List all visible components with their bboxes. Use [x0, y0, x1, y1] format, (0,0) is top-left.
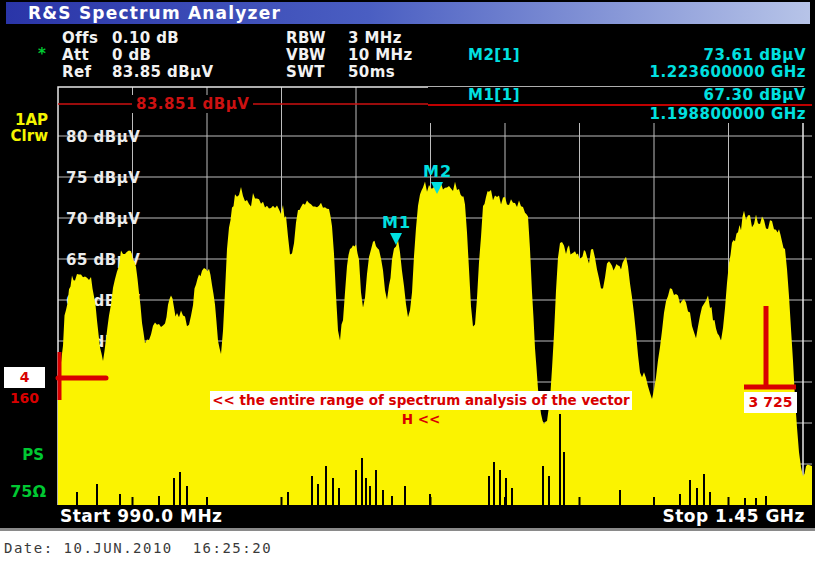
trace-minimum-spike: [744, 498, 746, 505]
trace-minimum-spike: [511, 488, 513, 505]
x-axis-tick: [504, 497, 506, 505]
trace-minimum-spike: [755, 498, 757, 505]
x-axis-tick: [132, 497, 134, 505]
trace-minimum-spike: [709, 492, 711, 505]
trace-minimum-spike: [563, 452, 565, 505]
trace-minimum-spike: [365, 478, 367, 505]
trace-minimum-spike: [325, 466, 327, 505]
marker-m1-triangle-icon: [390, 233, 402, 245]
trace-minimum-spike: [689, 480, 691, 505]
y-tick-label: 75 dBµV: [66, 169, 140, 187]
trace-minimum-spike: [96, 484, 98, 505]
trace-minimum-spike: [173, 478, 175, 505]
marker-m1-freq: 1.198800000 GHz: [650, 106, 806, 123]
marker-m1-level: 67.30 dBµV: [704, 87, 807, 104]
date-status-line: Date: 10.JUN.2010 16:25:20: [4, 540, 272, 556]
x-axis-tick: [653, 497, 655, 505]
trace-minimum-spike: [696, 488, 698, 505]
marker-m1-name: M1[1]: [468, 87, 520, 104]
trace-minimum-spike: [404, 486, 406, 505]
trace-minimum-spike: [488, 476, 490, 505]
trace-minimum-spike: [186, 486, 188, 505]
x-axis-tick: [281, 497, 283, 505]
marker-m1-readout: M1[1] 67.30 dBµV 1.198800000 GHz: [428, 87, 812, 123]
trace-minimum-spike: [391, 496, 393, 505]
trace-minimum-spike: [765, 496, 767, 505]
spectrum-analyzer-screenshot: R&S Spectrum Analyzer Offs 0.10 dB * Att…: [0, 0, 815, 580]
x-axis-tick: [206, 497, 208, 505]
x-axis-tick: [728, 497, 730, 505]
left-range-value-badge: 4 160: [4, 367, 45, 388]
right-range-value-badge: 3 725: [744, 392, 797, 413]
trace-minimum-spike: [375, 470, 377, 505]
trace-minimum-spike: [703, 474, 705, 505]
reference-level-label: 83.851 dBµV: [132, 95, 253, 113]
marker-m1-flag-label: M1: [382, 213, 411, 232]
trace-layer: [58, 181, 812, 505]
trace-minimum-spike: [499, 470, 501, 505]
analyzer-screen: R&S Spectrum Analyzer Offs 0.10 dB * Att…: [0, 0, 815, 528]
spectrum-trace: [58, 181, 812, 505]
trace-minimum-spike: [76, 492, 78, 505]
trace-minimum-spike: [287, 492, 289, 505]
trace-minimum-spike: [311, 476, 313, 505]
frequency-axis-bar: Start 990.0 MHz Stop 1.45 GHz: [0, 505, 815, 528]
range-note-annotation: << the entire range of spectrum analysis…: [210, 391, 632, 410]
trace-minimum-spike: [338, 488, 340, 505]
trace-minimum-spike: [332, 478, 334, 505]
trace-minimum-spike: [179, 472, 181, 505]
trace-minimum-spike: [317, 484, 319, 505]
trace-minimum-spike: [493, 462, 495, 505]
start-frequency-label: Start 990.0 MHz: [60, 505, 223, 528]
y-tick-label: 70 dBµV: [66, 210, 140, 228]
x-axis-tick: [579, 497, 581, 505]
trace-minimum-spike: [679, 494, 681, 505]
trace-minimum-spike: [369, 486, 371, 505]
screen-bezel-edge: [0, 528, 815, 531]
spectrum-plot: 80 dBµV 75 dBµV 70 dBµV 65 dBµV 60 dBµV …: [0, 0, 815, 528]
y-tick-label: 80 dBµV: [66, 128, 140, 146]
trace-minimum-spike: [548, 476, 550, 505]
trace-minimum-spike: [542, 466, 544, 505]
x-axis-tick: [355, 497, 357, 505]
trace-minimum-spike: [361, 458, 363, 505]
trace-minimum-spike: [119, 494, 121, 505]
marker-m2-flag-label: M2: [423, 162, 452, 181]
stop-frequency-label: Stop 1.45 GHz: [662, 505, 805, 528]
trace-minimum-spike: [559, 414, 561, 505]
trace-minimum-spike: [382, 490, 384, 505]
trace-minimum-spike: [158, 496, 160, 505]
x-axis-tick: [430, 497, 432, 505]
trace-minimum-spike: [619, 490, 621, 505]
